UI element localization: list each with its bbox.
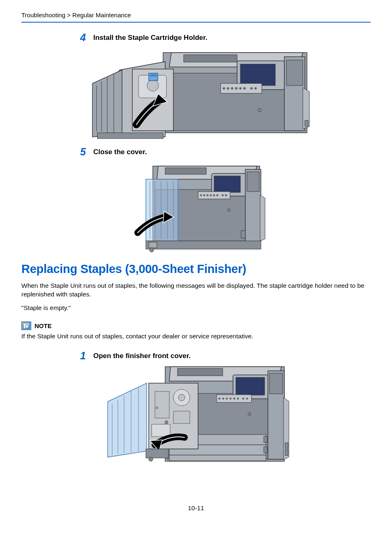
step-4-row: 4 Install the Staple Cartridge Holder. [21,32,371,43]
svg-rect-90 [169,455,266,461]
step-4-number: 4 [21,32,93,43]
note-text: If the Staple Unit runs out of staples, … [21,333,371,340]
svg-rect-5 [240,64,275,86]
svg-point-42 [207,194,209,197]
step-5-number: 5 [21,147,93,157]
svg-point-43 [210,194,212,197]
svg-point-8 [227,87,229,90]
svg-rect-59 [241,231,245,238]
step-1-row: 1 Open the finisher front cover. [21,351,371,361]
step-1-number: 1 [21,351,93,361]
svg-rect-97 [173,411,190,423]
step-5-title: Close the cover. [93,148,147,156]
step-1-figure [21,363,371,467]
svg-point-47 [225,194,227,197]
svg-rect-108 [146,449,168,458]
svg-rect-60 [149,242,157,248]
svg-rect-58 [146,241,261,249]
svg-point-75 [222,398,224,400]
svg-rect-32 [97,133,163,139]
breadcrumb: Troubleshooting > Regular Maintenance [21,12,371,23]
svg-point-10 [235,87,238,90]
svg-rect-36 [165,168,206,174]
svg-rect-24 [149,73,158,81]
svg-rect-84 [270,373,283,394]
svg-point-7 [223,87,225,90]
svg-point-80 [242,398,244,400]
svg-rect-3 [184,55,237,62]
svg-marker-51 [260,195,265,241]
svg-point-77 [230,398,232,400]
svg-rect-38 [214,176,240,192]
svg-point-13 [250,87,253,90]
svg-rect-50 [247,172,259,192]
svg-rect-25 [150,74,157,76]
svg-point-76 [226,398,228,400]
svg-point-79 [237,398,239,400]
svg-rect-94 [155,391,169,418]
svg-point-45 [217,194,219,197]
svg-point-61 [150,248,154,252]
svg-point-44 [213,194,215,197]
svg-point-41 [203,194,205,197]
svg-rect-86 [285,443,288,449]
note-box: NOTE If the Staple Unit runs out of stap… [21,317,371,340]
svg-point-11 [239,87,242,90]
svg-point-23 [147,80,159,91]
svg-rect-19 [305,120,308,126]
svg-rect-72 [236,377,265,395]
page-number: 10-11 [21,504,371,512]
step-1-title: Open the finisher front cover. [93,352,191,360]
svg-point-9 [231,87,233,90]
section-message-example: "Staple is empty." [21,304,371,312]
step-4-figure [21,44,371,141]
svg-rect-100 [152,424,170,437]
svg-point-96 [178,394,185,401]
svg-point-40 [200,194,202,197]
svg-rect-87 [285,450,288,456]
svg-point-46 [222,194,224,197]
step-5-row: 5 Close the cover. [21,147,371,157]
note-label: NOTE [35,322,52,329]
step-5-figure [21,159,371,253]
svg-rect-70 [178,368,223,376]
svg-rect-52 [146,179,178,241]
svg-rect-91 [264,437,267,442]
svg-point-14 [254,87,257,90]
svg-point-12 [243,87,246,90]
section-intro-paragraph: When the Staple Unit runs out of staples… [21,282,371,299]
svg-point-74 [219,398,221,400]
svg-point-109 [149,457,153,461]
svg-point-99 [165,421,168,424]
svg-rect-92 [264,447,267,453]
svg-marker-101 [108,383,147,457]
section-title-replacing-staples: Replacing Staples (3,000-Sheet Finisher) [21,262,371,276]
svg-rect-17 [286,60,303,86]
svg-point-81 [246,398,248,400]
svg-point-78 [233,398,235,400]
svg-point-98 [156,407,158,409]
note-icon [21,321,31,330]
step-4-title: Install the Staple Cartridge Holder. [93,34,208,42]
